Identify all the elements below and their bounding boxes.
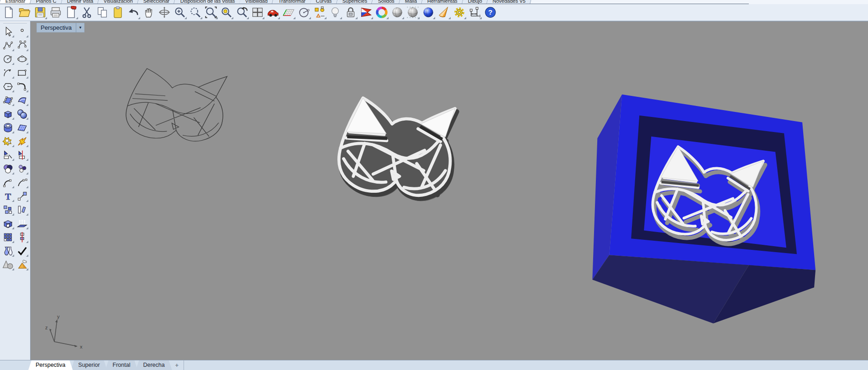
paste-clipboard-button[interactable] [110,5,126,20]
save-floppy-button[interactable] [32,5,48,20]
cplane-grid-button[interactable] [281,5,296,20]
array-line-red-button[interactable] [15,230,29,244]
puzzle-gears-button[interactable] [1,134,15,148]
trim-shapes-button[interactable] [1,148,15,162]
array-grid-button[interactable] [1,230,15,244]
cut-scissors-button[interactable] [79,5,95,20]
gear-button[interactable] [452,5,467,20]
solid-box-button[interactable] [1,107,15,121]
new-document-icon [3,6,16,19]
rotate-view-button[interactable] [157,5,172,20]
printer-icon [49,6,62,19]
save-floppy-icon [34,6,47,19]
pointer-arrow-button[interactable] [1,25,15,38]
undo-arrow-icon [127,6,140,19]
new-document-button[interactable] [1,5,17,20]
cut-scissors-icon [80,6,93,19]
curve-corner-icon [16,81,28,92]
distribute-bars-button[interactable] [15,203,29,217]
split-shapes-icon [16,149,28,161]
printer-button[interactable] [48,5,63,20]
undo-arrow-button[interactable] [126,5,141,20]
solid-tube-button[interactable] [1,121,15,134]
menu-tab-label: Herramientas [427,0,458,4]
cat-cutter-mold-box[interactable] [592,95,815,323]
color-wheel-button[interactable] [374,5,389,20]
loft-shapes-button[interactable] [1,244,15,258]
cat-cutter-solid[interactable] [339,98,458,201]
add-viewport-tab-button[interactable]: + [170,360,184,370]
circle-center-button[interactable] [1,52,15,66]
cat-curves-wireframe[interactable] [126,69,227,141]
circles-trio-large-icon [2,163,14,174]
scale-arrow-icon [16,190,28,202]
viewport-tab-frontal[interactable]: Frontal [105,360,138,370]
surface-grid-button[interactable] [15,121,29,134]
zoom-dynamic-button[interactable] [172,5,188,20]
viewport-tab-superior[interactable]: Superior [71,360,107,370]
group-squares-button[interactable] [1,203,15,217]
polyline-icon [2,40,14,51]
viewport-menu-dropdown-icon[interactable]: ▼ [76,23,84,32]
open-folder-button[interactable] [17,5,32,20]
zoom-extents-button[interactable] [203,5,219,20]
explode-burst-button[interactable] [15,134,29,148]
lock-button[interactable] [343,5,358,20]
gray-sphere-button[interactable] [389,5,405,20]
circles-trio-small-button[interactable] [15,162,29,175]
dimension-button[interactable] [467,5,483,20]
extend-arc-button[interactable] [15,175,29,189]
control-point-curve-button[interactable] [15,38,29,52]
viewport-grid-button[interactable] [250,5,265,20]
perspective-viewport[interactable]: x y z Perspectiva ▼ [30,21,868,360]
dotted-sphere-button[interactable] [405,5,421,20]
orange-cone-icon [437,6,450,19]
polygon-button[interactable] [1,79,15,93]
sidebar-gripper[interactable] [3,22,27,23]
polyline-button[interactable] [1,38,15,52]
pan-hand-button[interactable] [141,5,157,20]
viewport-canvas[interactable]: x y z [31,21,868,360]
rectangle-button[interactable] [15,66,29,79]
object-snap-button[interactable] [312,5,327,20]
orange-cone-button[interactable] [436,5,452,20]
viewport-tab-perspectiva[interactable]: Perspectiva [28,360,73,370]
surface-patch-icon [16,95,28,106]
viewport-tab-derecha[interactable]: Derecha [136,360,172,370]
export-notes-button[interactable] [63,5,79,20]
surface-patch-button[interactable] [15,93,29,107]
copy-pages-button[interactable] [95,5,110,20]
scale-arrow-button[interactable] [15,189,29,203]
circle-radius-button[interactable] [296,5,312,20]
solid-spheres-button[interactable] [15,107,29,121]
gray-solids-button[interactable] [1,258,15,271]
extrude-up-arrows-icon [16,218,28,229]
pennant-flag-button[interactable] [358,5,374,20]
point-button[interactable] [15,25,29,38]
blue-sphere-button[interactable] [421,5,436,20]
fillet-arc-button[interactable] [1,175,15,189]
pyramid-hand-button[interactable] [15,258,29,271]
menu-tab-label: Visibilidad [245,0,268,4]
zoom-window-button[interactable] [188,5,203,20]
viewport-title[interactable]: Perspectiva ▼ [37,23,84,32]
extrude-up-arrows-button[interactable] [15,217,29,230]
circles-trio-large-button[interactable] [1,162,15,175]
text-tool-button[interactable]: T [1,189,15,203]
red-car-button[interactable] [265,5,281,20]
standard-toolbar: ? [0,4,868,21]
question-help-button[interactable]: ? [483,5,498,20]
curve-corner-button[interactable] [15,79,29,93]
ellipse-button[interactable] [15,52,29,66]
surface-control-points-button[interactable] [1,93,15,107]
zoom-undo-button[interactable] [234,5,250,20]
light-bulb-button[interactable] [327,5,343,20]
check-mark-button[interactable] [15,244,29,258]
viewport-title-label[interactable]: Perspectiva [37,23,76,32]
array-line-red-icon [16,232,28,243]
solid-box-face-button[interactable] [1,217,15,230]
split-shapes-button[interactable] [15,148,29,162]
zoom-selected-button[interactable] [219,5,234,20]
menu-tab-label: Planos C [36,0,57,4]
arc-button[interactable] [1,66,15,79]
